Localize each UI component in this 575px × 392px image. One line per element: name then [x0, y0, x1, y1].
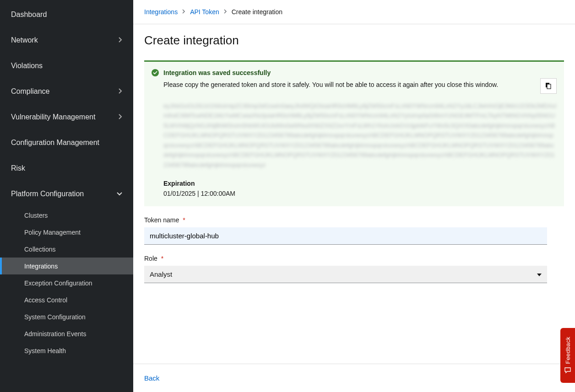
sidebar-item-label: Compliance — [11, 87, 49, 96]
page-title: Create integration — [144, 33, 564, 48]
subnav-item-collections[interactable]: Collections — [0, 241, 133, 258]
feedback-label: Feedback — [564, 337, 571, 364]
breadcrumb: Integrations API Token Create integratio… — [133, 0, 575, 24]
subnav-item-label: Clusters — [24, 212, 48, 219]
subnav-item-label: Administration Events — [24, 330, 86, 338]
chevron-right-icon — [119, 88, 122, 95]
generated-token-text: eyJhbGciOiJSUzI1NiIsImtpZCI6Imp3dGswIn0a… — [163, 101, 557, 170]
subnav-item-label: System Health — [24, 347, 66, 354]
svg-point-0 — [152, 69, 159, 76]
feedback-tab[interactable]: Feedback — [560, 328, 575, 383]
required-indicator: * — [161, 255, 163, 262]
subnav-item-label: Collections — [24, 246, 55, 253]
sidebar-item-risk[interactable]: Risk — [0, 156, 133, 181]
token-name-input[interactable] — [144, 227, 547, 245]
page-footer: Back — [133, 364, 575, 392]
sidebar-item-configuration-management[interactable]: Configuration Management — [0, 130, 133, 156]
role-label: Role * — [144, 255, 564, 262]
copy-icon — [545, 82, 552, 91]
chevron-right-icon — [119, 37, 122, 44]
success-check-icon — [152, 69, 159, 76]
label-text: Role — [144, 255, 157, 262]
sidebar-item-compliance[interactable]: Compliance — [0, 79, 133, 104]
expiration-label: Expiration — [163, 180, 557, 187]
chat-icon — [564, 367, 571, 374]
subnav-item-system-configuration[interactable]: System Configuration — [0, 308, 133, 325]
subnav-item-exception-configuration[interactable]: Exception Configuration — [0, 274, 133, 291]
breadcrumb-current: Create integration — [232, 8, 282, 16]
subnav-item-label: Integrations — [24, 263, 58, 270]
sidebar-item-label: Violations — [11, 62, 43, 70]
copy-token-button[interactable] — [540, 78, 557, 94]
svg-rect-2 — [547, 84, 551, 89]
subnav-item-system-health[interactable]: System Health — [0, 342, 133, 359]
subnav-item-label: System Configuration — [24, 313, 86, 321]
content-area: Create integration Integration was saved… — [133, 24, 575, 364]
alert-title: Integration was saved successfully — [163, 69, 271, 76]
breadcrumb-link-api-token[interactable]: API Token — [190, 8, 219, 16]
token-name-label: Token name * — [144, 216, 564, 224]
sidebar-item-platform-configuration[interactable]: Platform Configuration — [0, 181, 133, 207]
subnav-item-integrations[interactable]: Integrations — [0, 258, 133, 274]
sidebar-item-label: Dashboard — [11, 11, 47, 19]
breadcrumb-link-integrations[interactable]: Integrations — [144, 8, 178, 16]
role-select[interactable]: Analyst — [144, 266, 547, 283]
sidebar-item-label: Network — [11, 36, 38, 44]
chevron-right-icon — [224, 9, 227, 15]
success-alert: Integration was saved successfully Pleas… — [144, 60, 564, 206]
subnav-item-administration-events[interactable]: Administration Events — [0, 325, 133, 342]
sidebar-item-label: Risk — [11, 164, 25, 172]
subnav-item-policy-management[interactable]: Policy Management — [0, 224, 133, 241]
sidebar-item-network[interactable]: Network — [0, 27, 133, 53]
sidebar-item-label: Platform Configuration — [11, 190, 84, 198]
subnav-item-label: Policy Management — [24, 229, 81, 236]
subnav-item-access-control[interactable]: Access Control — [0, 291, 133, 308]
role-selected-value: Analyst — [150, 270, 172, 278]
sidebar-item-vulnerability-management[interactable]: Vulnerability Management — [0, 104, 133, 130]
chevron-right-icon — [182, 9, 185, 15]
sidebar: Dashboard Network Violations Compliance … — [0, 0, 133, 392]
alert-description: Please copy the generated token and stor… — [163, 81, 498, 88]
required-indicator: * — [183, 216, 185, 224]
chevron-down-icon — [117, 191, 122, 197]
back-button[interactable]: Back — [144, 374, 159, 382]
sidebar-subnav-platform: Clusters Policy Management Collections I… — [0, 207, 133, 359]
subnav-item-label: Exception Configuration — [24, 279, 92, 287]
sidebar-item-dashboard[interactable]: Dashboard — [0, 2, 133, 27]
main-panel: Integrations API Token Create integratio… — [133, 0, 575, 392]
subnav-item-clusters[interactable]: Clusters — [0, 207, 133, 224]
label-text: Token name — [144, 216, 179, 224]
sidebar-item-label: Vulnerability Management — [11, 113, 95, 121]
chevron-right-icon — [119, 114, 122, 121]
subnav-item-label: Access Control — [24, 296, 67, 304]
sidebar-item-violations[interactable]: Violations — [0, 53, 133, 79]
caret-down-icon — [537, 271, 542, 278]
expiration-value: 01/01/2025 | 12:00:00AM — [163, 190, 557, 197]
sidebar-item-label: Configuration Management — [11, 139, 99, 147]
